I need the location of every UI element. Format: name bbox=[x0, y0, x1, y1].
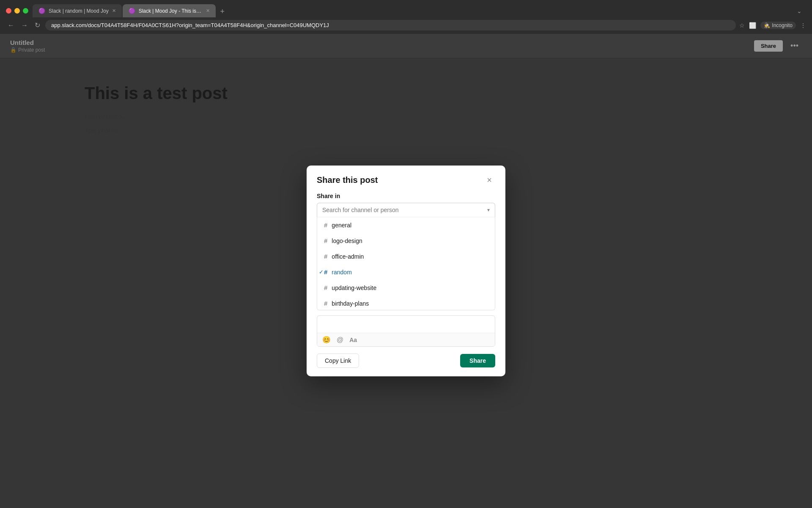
text-format-icon[interactable]: Aa bbox=[349, 337, 357, 343]
message-input[interactable] bbox=[317, 316, 495, 333]
browser-chrome: 🟣 Slack | random | Mood Joy ✕ 🟣 Slack | … bbox=[0, 0, 812, 34]
tab2-close[interactable]: ✕ bbox=[206, 8, 210, 14]
hash-icon-general: # bbox=[324, 221, 327, 229]
modal-overlay: Share this post × Share in ▾ # general bbox=[0, 34, 812, 508]
tab1-favicon: 🟣 bbox=[38, 8, 45, 14]
menu-icon[interactable]: ⋮ bbox=[800, 22, 806, 29]
channel-name-logo-design: logo-design bbox=[332, 237, 362, 244]
mention-icon[interactable]: @ bbox=[337, 336, 343, 344]
back-button[interactable]: ← bbox=[6, 21, 16, 30]
modal-close-button[interactable]: × bbox=[483, 174, 495, 186]
channel-search-input[interactable] bbox=[322, 207, 487, 213]
channel-item-office-admin[interactable]: # office-admin bbox=[317, 248, 495, 264]
message-box: 😊 @ Aa bbox=[317, 315, 495, 347]
channel-item-birthday-plans[interactable]: # birthday-plans bbox=[317, 295, 495, 310]
address-bar[interactable] bbox=[45, 20, 736, 30]
hash-icon-birthday-plans: # bbox=[324, 300, 327, 307]
tab1-title: Slack | random | Mood Joy bbox=[49, 8, 109, 14]
share-in-label: Share in bbox=[317, 193, 495, 199]
traffic-light-red[interactable] bbox=[6, 8, 11, 14]
channel-name-random: random bbox=[332, 269, 351, 276]
incognito-badge[interactable]: 🕵 Incognito bbox=[760, 22, 796, 29]
tab2-title: Slack | Mood Joy - This is a tes bbox=[139, 8, 203, 14]
share-modal: Share this post × Share in ▾ # general bbox=[307, 166, 505, 376]
channel-name-office-admin: office-admin bbox=[332, 253, 364, 260]
hash-icon-office-admin: # bbox=[324, 253, 327, 260]
channel-dropdown-list: # general # logo-design # office-admin bbox=[317, 217, 495, 310]
cast-icon[interactable]: ⬜ bbox=[749, 22, 756, 29]
channel-item-random[interactable]: ✓ # random bbox=[317, 264, 495, 280]
channel-name-general: general bbox=[332, 222, 351, 229]
channel-item-updating-website[interactable]: # updating-website bbox=[317, 280, 495, 295]
share-action-button[interactable]: Share bbox=[460, 354, 495, 367]
chevron-down-icon: ▾ bbox=[487, 207, 490, 213]
bookmark-icon[interactable]: ☆ bbox=[739, 22, 745, 29]
channel-item-logo-design[interactable]: # logo-design bbox=[317, 233, 495, 248]
hash-icon-random: # bbox=[324, 268, 327, 276]
hash-icon-logo-design: # bbox=[324, 237, 327, 244]
reload-button[interactable]: ↻ bbox=[33, 20, 42, 30]
channel-item-general[interactable]: # general bbox=[317, 217, 495, 233]
traffic-light-green[interactable] bbox=[23, 8, 28, 14]
hash-icon-updating-website: # bbox=[324, 284, 327, 291]
channel-name-birthday-plans: birthday-plans bbox=[332, 300, 369, 307]
channel-name-updating-website: updating-website bbox=[332, 284, 376, 291]
page-background: Untitled 🔒 Private post Share ••• This i… bbox=[0, 34, 812, 508]
incognito-icon: 🕵 bbox=[764, 22, 770, 28]
modal-footer: Copy Link Share bbox=[307, 347, 505, 376]
modal-title: Share this post bbox=[317, 175, 378, 185]
traffic-light-yellow[interactable] bbox=[14, 8, 20, 14]
modal-body: Share in ▾ # general # logo-d bbox=[307, 193, 505, 347]
modal-header: Share this post × bbox=[307, 166, 505, 193]
channel-search-dropdown[interactable]: ▾ bbox=[317, 203, 495, 217]
copy-link-button[interactable]: Copy Link bbox=[317, 353, 359, 368]
incognito-label: Incognito bbox=[772, 22, 793, 28]
new-tab-button[interactable]: + bbox=[217, 6, 228, 17]
tab2-favicon: 🟣 bbox=[129, 8, 135, 14]
tab1-close[interactable]: ✕ bbox=[112, 8, 116, 14]
browser-tab-2[interactable]: 🟣 Slack | Mood Joy - This is a tes ✕ bbox=[123, 4, 216, 17]
emoji-icon[interactable]: 😊 bbox=[322, 336, 331, 344]
message-toolbar: 😊 @ Aa bbox=[317, 333, 495, 346]
browser-tab-1[interactable]: 🟣 Slack | random | Mood Joy ✕ bbox=[33, 4, 122, 17]
forward-button[interactable]: → bbox=[19, 21, 30, 30]
tab-expand-button[interactable]: ⌄ bbox=[793, 8, 806, 14]
check-icon-random: ✓ bbox=[319, 269, 324, 275]
